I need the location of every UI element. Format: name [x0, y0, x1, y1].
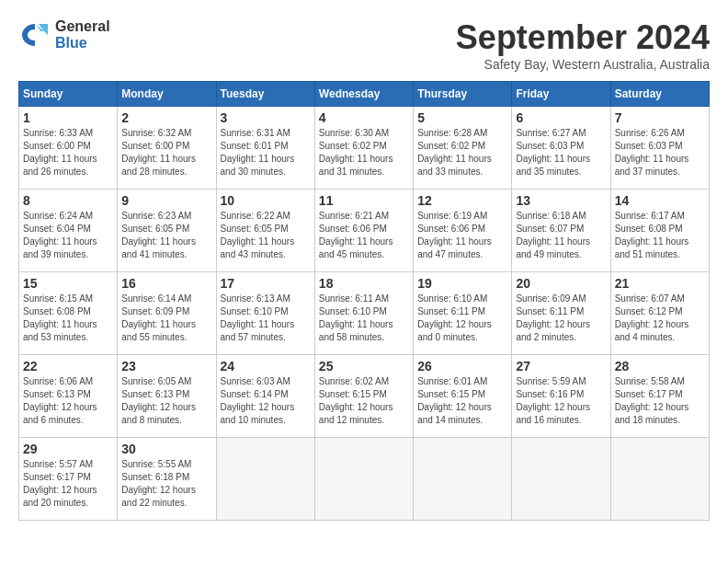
- day-cell: 27Sunrise: 5:59 AMSunset: 6:16 PMDayligh…: [512, 355, 610, 438]
- day-info: Sunrise: 6:26 AMSunset: 6:03 PMDaylight:…: [615, 127, 705, 178]
- day-info: Sunrise: 6:13 AMSunset: 6:10 PMDaylight:…: [221, 293, 311, 344]
- day-number: 4: [319, 110, 409, 125]
- day-cell: 10Sunrise: 6:22 AMSunset: 6:05 PMDayligh…: [216, 190, 314, 272]
- day-number: 25: [319, 359, 409, 373]
- day-cell: 23Sunrise: 6:05 AMSunset: 6:13 PMDayligh…: [118, 355, 216, 438]
- title-area: September 2024 Safety Bay, Western Austr…: [456, 18, 710, 72]
- day-info: Sunrise: 6:33 AMSunset: 6:00 PMDaylight:…: [23, 127, 113, 178]
- day-info: Sunrise: 6:22 AMSunset: 6:05 PMDaylight:…: [221, 210, 311, 261]
- day-info: Sunrise: 6:10 AMSunset: 6:11 PMDaylight:…: [417, 293, 507, 344]
- header-monday: Monday: [118, 82, 216, 107]
- week-row-2: 8Sunrise: 6:24 AMSunset: 6:04 PMDaylight…: [19, 190, 710, 272]
- header-tuesday: Tuesday: [216, 82, 314, 107]
- day-info: Sunrise: 6:19 AMSunset: 6:06 PMDaylight:…: [417, 210, 507, 261]
- day-info: Sunrise: 6:01 AMSunset: 6:15 PMDaylight:…: [417, 375, 507, 427]
- day-info: Sunrise: 6:09 AMSunset: 6:11 PMDaylight:…: [516, 293, 606, 344]
- day-number: 26: [417, 359, 507, 373]
- day-info: Sunrise: 5:55 AMSunset: 6:18 PMDaylight:…: [121, 458, 211, 510]
- day-cell: 28Sunrise: 5:58 AMSunset: 6:17 PMDayligh…: [610, 355, 709, 438]
- header: General Blue September 2024 Safety Bay, …: [18, 18, 710, 72]
- day-cell: 7Sunrise: 6:26 AMSunset: 6:03 PMDaylight…: [610, 107, 709, 190]
- day-info: Sunrise: 6:27 AMSunset: 6:03 PMDaylight:…: [516, 127, 606, 178]
- day-cell: 14Sunrise: 6:17 AMSunset: 6:08 PMDayligh…: [610, 190, 709, 272]
- day-cell: 15Sunrise: 6:15 AMSunset: 6:08 PMDayligh…: [19, 272, 118, 355]
- day-info: Sunrise: 6:21 AMSunset: 6:06 PMDaylight:…: [319, 210, 409, 261]
- day-cell: 3Sunrise: 6:31 AMSunset: 6:01 PMDaylight…: [216, 107, 314, 190]
- logo: General Blue: [18, 18, 110, 52]
- day-number: 24: [221, 359, 311, 373]
- day-info: Sunrise: 6:18 AMSunset: 6:07 PMDaylight:…: [516, 210, 606, 261]
- week-row-5: 29Sunrise: 5:57 AMSunset: 6:17 PMDayligh…: [19, 438, 710, 521]
- day-info: Sunrise: 5:58 AMSunset: 6:17 PMDaylight:…: [615, 375, 705, 427]
- location-title: Safety Bay, Western Australia, Australia: [456, 57, 710, 72]
- day-cell: [314, 438, 413, 521]
- day-info: Sunrise: 6:23 AMSunset: 6:05 PMDaylight:…: [121, 210, 211, 261]
- day-number: 19: [417, 276, 507, 291]
- week-row-3: 15Sunrise: 6:15 AMSunset: 6:08 PMDayligh…: [19, 272, 710, 355]
- day-number: 16: [121, 276, 211, 291]
- day-info: Sunrise: 6:28 AMSunset: 6:02 PMDaylight:…: [417, 127, 507, 178]
- day-cell: 19Sunrise: 6:10 AMSunset: 6:11 PMDayligh…: [414, 272, 512, 355]
- day-info: Sunrise: 5:57 AMSunset: 6:17 PMDaylight:…: [23, 458, 113, 510]
- day-cell: 20Sunrise: 6:09 AMSunset: 6:11 PMDayligh…: [512, 272, 610, 355]
- day-number: 9: [121, 193, 211, 208]
- day-cell: 4Sunrise: 6:30 AMSunset: 6:02 PMDaylight…: [314, 107, 413, 190]
- day-number: 7: [615, 110, 705, 125]
- day-cell: 16Sunrise: 6:14 AMSunset: 6:09 PMDayligh…: [118, 272, 216, 355]
- day-number: 11: [319, 193, 409, 208]
- day-number: 13: [516, 193, 606, 208]
- day-number: 17: [221, 276, 311, 291]
- day-number: 10: [221, 193, 311, 208]
- day-number: 3: [221, 110, 311, 125]
- day-cell: 25Sunrise: 6:02 AMSunset: 6:15 PMDayligh…: [314, 355, 413, 438]
- header-sunday: Sunday: [19, 82, 118, 107]
- logo-text: General Blue: [55, 18, 110, 51]
- week-row-1: 1Sunrise: 6:33 AMSunset: 6:00 PMDaylight…: [19, 107, 710, 190]
- day-cell: 24Sunrise: 6:03 AMSunset: 6:14 PMDayligh…: [216, 355, 314, 438]
- logo-general: General: [55, 18, 110, 35]
- day-info: Sunrise: 6:06 AMSunset: 6:13 PMDaylight:…: [23, 375, 113, 427]
- day-info: Sunrise: 6:32 AMSunset: 6:00 PMDaylight:…: [121, 127, 211, 178]
- day-info: Sunrise: 6:14 AMSunset: 6:09 PMDaylight:…: [121, 293, 211, 344]
- day-cell: 29Sunrise: 5:57 AMSunset: 6:17 PMDayligh…: [19, 438, 118, 521]
- day-info: Sunrise: 6:31 AMSunset: 6:01 PMDaylight:…: [221, 127, 311, 178]
- day-cell: [216, 438, 314, 521]
- day-number: 27: [516, 359, 606, 373]
- day-cell: 22Sunrise: 6:06 AMSunset: 6:13 PMDayligh…: [19, 355, 118, 438]
- day-cell: [512, 438, 610, 521]
- day-cell: [414, 438, 512, 521]
- day-info: Sunrise: 6:11 AMSunset: 6:10 PMDaylight:…: [319, 293, 409, 344]
- day-number: 8: [23, 193, 113, 208]
- header-saturday: Saturday: [610, 82, 709, 107]
- week-row-4: 22Sunrise: 6:06 AMSunset: 6:13 PMDayligh…: [19, 355, 710, 438]
- calendar: SundayMondayTuesdayWednesdayThursdayFrid…: [18, 81, 710, 521]
- day-number: 5: [417, 110, 507, 125]
- day-cell: 1Sunrise: 6:33 AMSunset: 6:00 PMDaylight…: [19, 107, 118, 190]
- logo-blue: Blue: [55, 35, 110, 52]
- day-number: 14: [615, 193, 705, 208]
- header-thursday: Thursday: [414, 82, 512, 107]
- day-number: 21: [615, 276, 705, 291]
- day-number: 22: [23, 359, 113, 373]
- day-cell: 21Sunrise: 6:07 AMSunset: 6:12 PMDayligh…: [610, 272, 709, 355]
- calendar-header-row: SundayMondayTuesdayWednesdayThursdayFrid…: [19, 82, 710, 107]
- day-number: 28: [615, 359, 705, 373]
- day-info: Sunrise: 6:07 AMSunset: 6:12 PMDaylight:…: [615, 293, 705, 344]
- day-cell: 12Sunrise: 6:19 AMSunset: 6:06 PMDayligh…: [414, 190, 512, 272]
- day-info: Sunrise: 5:59 AMSunset: 6:16 PMDaylight:…: [516, 375, 606, 427]
- day-cell: [610, 438, 709, 521]
- day-cell: 5Sunrise: 6:28 AMSunset: 6:02 PMDaylight…: [414, 107, 512, 190]
- day-cell: 18Sunrise: 6:11 AMSunset: 6:10 PMDayligh…: [314, 272, 413, 355]
- day-cell: 2Sunrise: 6:32 AMSunset: 6:00 PMDaylight…: [118, 107, 216, 190]
- day-info: Sunrise: 6:02 AMSunset: 6:15 PMDaylight:…: [319, 375, 409, 427]
- day-cell: 30Sunrise: 5:55 AMSunset: 6:18 PMDayligh…: [118, 438, 216, 521]
- month-title: September 2024: [456, 18, 710, 57]
- day-info: Sunrise: 6:30 AMSunset: 6:02 PMDaylight:…: [319, 127, 409, 178]
- day-number: 30: [121, 442, 211, 456]
- day-number: 18: [319, 276, 409, 291]
- day-cell: 6Sunrise: 6:27 AMSunset: 6:03 PMDaylight…: [512, 107, 610, 190]
- day-cell: 8Sunrise: 6:24 AMSunset: 6:04 PMDaylight…: [19, 190, 118, 272]
- day-info: Sunrise: 6:24 AMSunset: 6:04 PMDaylight:…: [23, 210, 113, 261]
- day-number: 12: [417, 193, 507, 208]
- day-number: 2: [121, 110, 211, 125]
